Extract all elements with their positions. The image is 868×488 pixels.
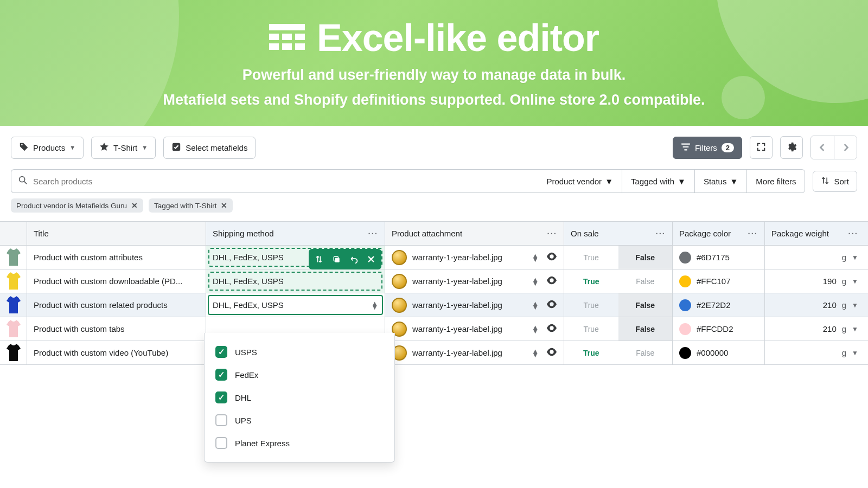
product-title[interactable]: Product with custom tabs (27, 317, 206, 341)
shipping-cell[interactable]: DHL, FedEx, USPS (206, 269, 385, 293)
col-attachment[interactable]: Product attachment··· (385, 222, 564, 245)
dropdown-option[interactable]: USPS (213, 341, 386, 363)
onsale-cell[interactable]: TrueFalse (564, 269, 673, 293)
color-cell[interactable]: #FFCDD2 (673, 317, 765, 341)
products-dropdown[interactable]: Products ▼ (11, 137, 84, 159)
col-shipping[interactable]: Shipping method··· (206, 222, 385, 245)
product-title[interactable]: Product with custom attributes (27, 246, 206, 269)
column-menu-icon[interactable]: ··· (748, 229, 758, 238)
tag-icon (19, 142, 29, 153)
column-menu-icon[interactable]: ··· (547, 229, 557, 238)
eye-icon[interactable] (546, 252, 557, 262)
dropdown-option[interactable]: UPS (213, 409, 386, 432)
filters-button[interactable]: Filters 2 (673, 137, 742, 159)
product-title[interactable]: Product with custom video (YouTube) (27, 341, 206, 364)
attachment-cell[interactable]: warranty-1-year-label.jpg▲▼ (385, 317, 564, 341)
move-icon[interactable] (311, 251, 327, 267)
product-thumb (0, 246, 27, 269)
eye-icon[interactable] (546, 276, 557, 286)
onsale-false[interactable]: False (618, 293, 673, 317)
next-page-button[interactable] (834, 136, 857, 159)
onsale-true[interactable]: True (564, 269, 618, 293)
search-box[interactable] (11, 169, 538, 193)
close-icon[interactable] (363, 251, 379, 267)
sort-button[interactable]: Sort (813, 171, 857, 192)
attachment-cell[interactable]: warranty-1-year-label.jpg▲▼ (385, 269, 564, 293)
col-color[interactable]: Package color··· (673, 222, 765, 245)
status-filter-label: Status (704, 177, 727, 186)
onsale-cell[interactable]: TrueFalse (564, 317, 673, 341)
checkbox[interactable] (215, 437, 227, 449)
vendor-filter[interactable]: Product vendor▼ (538, 169, 622, 193)
dropdown-option[interactable]: DHL (213, 386, 386, 409)
weight-cell[interactable]: 210g▼ (765, 293, 868, 317)
copy-icon[interactable] (328, 251, 344, 267)
caret-down-icon: ▼ (852, 349, 858, 357)
attachment-cell[interactable]: warranty-1-year-label.jpg▲▼ (385, 341, 564, 364)
onsale-true[interactable]: True (564, 341, 618, 364)
checkbox[interactable] (215, 346, 227, 358)
tagged-filter[interactable]: Tagged with▼ (622, 169, 695, 193)
column-menu-icon[interactable]: ··· (368, 229, 378, 238)
col-title[interactable]: Title (27, 222, 206, 245)
caret-down-icon: ▼ (852, 301, 858, 309)
more-filters-button[interactable]: More filters (747, 169, 805, 193)
col-weight[interactable]: Package weight··· (765, 222, 868, 245)
select-arrows-icon: ▲▼ (532, 254, 539, 261)
eye-icon[interactable] (546, 324, 557, 334)
select-arrows-icon: ▲▼ (532, 278, 539, 285)
filter-chip[interactable]: Product vendor is Metafields Guru✕ (11, 198, 143, 213)
search-input[interactable] (33, 177, 531, 186)
caret-down-icon: ▼ (142, 144, 148, 151)
onsale-cell[interactable]: TrueFalse (564, 293, 673, 317)
onsale-false[interactable]: False (618, 246, 673, 269)
onsale-true[interactable]: True (564, 293, 618, 317)
settings-button[interactable] (780, 136, 803, 159)
eye-icon[interactable] (546, 300, 557, 310)
checkbox[interactable] (215, 414, 227, 426)
weight-cell[interactable]: 190g▼ (765, 269, 868, 293)
onsale-false[interactable]: False (618, 341, 673, 364)
table-row: Product with custom attributes DHL, FedE… (0, 246, 868, 269)
tshirt-dropdown[interactable]: T-Shirt ▼ (91, 137, 156, 159)
data-grid: Title Shipping method··· Product attachm… (0, 221, 868, 365)
onsale-false[interactable]: False (618, 269, 673, 293)
prev-page-button[interactable] (811, 136, 834, 159)
weight-cell[interactable]: 210g▼ (765, 317, 868, 341)
close-icon[interactable]: ✕ (131, 201, 138, 210)
select-metafields-button[interactable]: Select metafields (163, 137, 256, 159)
checkbox-icon (171, 142, 181, 153)
onsale-cell[interactable]: TrueFalse (564, 246, 673, 269)
column-menu-icon[interactable]: ··· (848, 229, 858, 238)
close-icon[interactable]: ✕ (221, 201, 227, 210)
shipping-dropdown[interactable]: USPSFedExDHLUPSPlanet Express (204, 333, 395, 463)
color-cell[interactable]: #2E72D2 (673, 293, 765, 317)
weight-cell[interactable]: g▼ (765, 246, 868, 269)
color-cell[interactable]: #FFC107 (673, 269, 765, 293)
product-title[interactable]: Product with custom related products (27, 293, 206, 317)
product-title[interactable]: Product with custom downloadable (PD... (27, 269, 206, 293)
onsale-true[interactable]: True (564, 317, 618, 341)
onsale-true[interactable]: True (564, 246, 618, 269)
color-cell[interactable]: #000000 (673, 341, 765, 364)
weight-cell[interactable]: g▼ (765, 341, 868, 364)
column-menu-icon[interactable]: ··· (655, 229, 672, 238)
attachment-cell[interactable]: warranty-1-year-label.jpg▲▼ (385, 293, 564, 317)
col-onsale[interactable]: On sale··· (564, 222, 673, 245)
checkbox[interactable] (215, 391, 227, 403)
onsale-cell[interactable]: TrueFalse (564, 341, 673, 364)
dropdown-option[interactable]: FedEx (213, 363, 386, 386)
filter-chip[interactable]: Tagged with T-Shirt✕ (149, 198, 233, 213)
col-shipping-label: Shipping method (213, 229, 274, 238)
shipping-cell[interactable]: DHL, FedEx, USPS▲▼ (206, 293, 385, 317)
cell-toolbar (309, 249, 381, 269)
onsale-false[interactable]: False (618, 317, 673, 341)
color-cell[interactable]: #6D7175 (673, 246, 765, 269)
status-filter[interactable]: Status▼ (695, 169, 747, 193)
checkbox[interactable] (215, 369, 227, 381)
undo-icon[interactable] (346, 251, 362, 267)
fullscreen-button[interactable] (750, 136, 773, 159)
eye-icon[interactable] (546, 348, 557, 358)
attachment-cell[interactable]: warranty-1-year-label.jpg▲▼ (385, 246, 564, 269)
dropdown-option[interactable]: Planet Express (213, 432, 386, 454)
